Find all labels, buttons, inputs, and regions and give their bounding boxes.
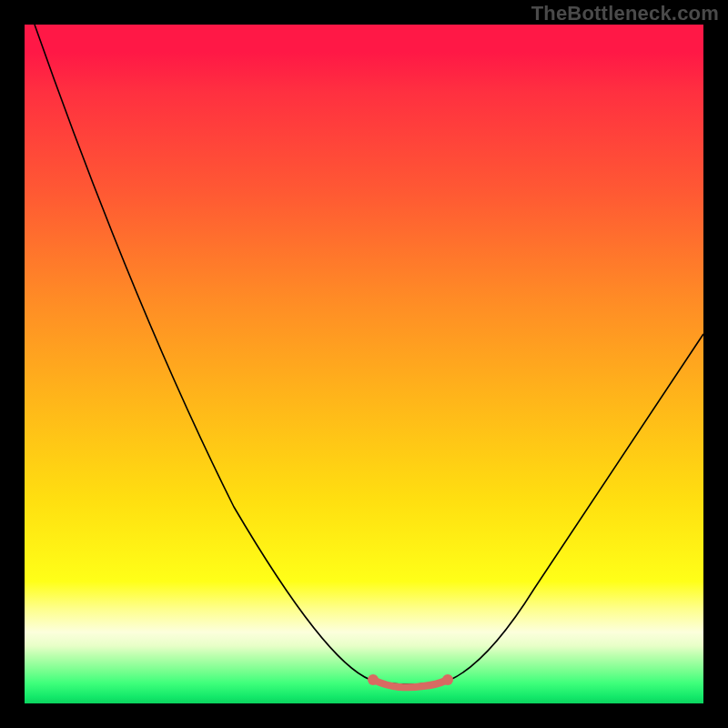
marker-end-dot: [442, 674, 453, 685]
watermark-text: TheBottleneck.com: [531, 2, 719, 25]
plot-area: [25, 25, 703, 703]
marker-segment-1: [373, 680, 399, 687]
valley-marker: [25, 25, 703, 703]
chart-stage: TheBottleneck.com: [0, 0, 728, 728]
